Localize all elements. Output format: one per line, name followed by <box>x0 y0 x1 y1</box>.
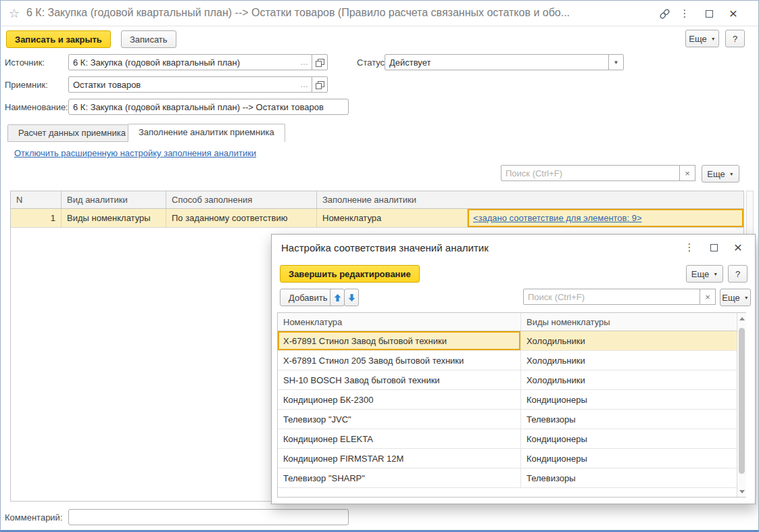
col-header-num[interactable]: N <box>11 191 62 208</box>
dialog-table-body: Х-67891 Стинол Завод бытовой техники Хол… <box>278 331 745 488</box>
receiver-open-icon[interactable] <box>312 76 328 93</box>
status-field: ▼ <box>385 54 624 70</box>
save-close-button[interactable]: Записать и закрыть <box>6 30 111 48</box>
receiver-field: … <box>68 76 328 93</box>
dialog-close-icon[interactable]: × <box>731 240 745 255</box>
mapping-table-row[interactable]: Кондиционер БК-2300 Кондиционеры <box>278 390 745 410</box>
tab-analytics-fill[interactable]: Заполнение аналитик приемника <box>128 124 285 142</box>
row-analytic: Номенклатура <box>317 209 468 227</box>
comment-label: Комментарий: <box>5 512 63 523</box>
mapping-table-row[interactable]: SH-10 BOSCH Завод бытовой техники Холоди… <box>278 370 745 390</box>
row-mapping-cell: <задано соответствие для элементов: 9> <box>468 209 743 227</box>
source-field: … <box>68 54 328 70</box>
save-button[interactable]: Записать <box>121 30 176 48</box>
source-input[interactable] <box>69 55 297 70</box>
source-open-icon[interactable] <box>312 54 328 70</box>
chevron-down-icon: ▼ <box>729 172 734 176</box>
receiver-choose-icon[interactable]: … <box>297 77 312 92</box>
help-button[interactable]: ? <box>725 30 745 47</box>
mapping-table-header: Номенклатура Виды номенклатуры <box>278 313 745 331</box>
comment-input[interactable] <box>69 510 348 525</box>
dialog-search-clear-icon[interactable]: × <box>700 289 716 305</box>
analytics-table-header: N Вид аналитики Способ заполнения Заполн… <box>11 191 743 209</box>
dialog-table-more-button[interactable]: Еще▼ <box>720 289 751 306</box>
col-header-fill[interactable]: Заполнение аналитики <box>317 191 743 208</box>
col-header-kind[interactable]: Виды номенклатуры <box>521 313 745 331</box>
app-window: ☆ 6 К: Закупка (годовой квартальный план… <box>0 0 759 532</box>
maximize-icon[interactable] <box>702 6 716 21</box>
arrow-down-icon <box>347 293 356 302</box>
dialog-maximize-icon[interactable] <box>706 240 721 255</box>
status-dropdown-icon[interactable]: ▼ <box>608 55 623 70</box>
table-more-button[interactable]: Еще▼ <box>702 165 739 183</box>
dialog-search-input[interactable] <box>524 289 700 304</box>
col-header-method[interactable]: Способ заполнения <box>166 191 317 208</box>
mapping-dialog: Настройка соответствия значений аналитик… <box>271 234 756 504</box>
search-input[interactable] <box>501 166 679 180</box>
row-kind: Виды номенклатуры <box>62 209 166 227</box>
scroll-down-icon[interactable] <box>737 487 746 495</box>
status-input[interactable] <box>385 55 608 70</box>
mapping-table-row[interactable]: Телевизор "JVC" Телевизоры <box>278 410 745 429</box>
favorite-star-icon[interactable]: ☆ <box>9 6 20 21</box>
search-field: × <box>501 165 695 181</box>
move-down-button[interactable] <box>344 289 359 306</box>
mapping-table: Номенклатура Виды номенклатуры Х-67891 С… <box>277 312 746 498</box>
tab-receiver-data[interactable]: Расчет данных приемника <box>7 124 137 142</box>
scroll-up-icon[interactable] <box>737 314 746 322</box>
add-button[interactable]: Добавить <box>280 289 336 306</box>
receiver-input[interactable] <box>69 77 297 92</box>
mapping-table-row[interactable]: Телевизор "SHARP" Телевизоры <box>278 468 745 488</box>
window-title: 6 К: Закупка (годовой квартальный план) … <box>26 7 650 19</box>
status-label: Статус: <box>357 57 387 68</box>
comment-field <box>68 509 349 525</box>
close-icon[interactable]: × <box>726 6 741 21</box>
chevron-down-icon: ▼ <box>713 272 718 276</box>
move-up-button[interactable] <box>330 289 345 306</box>
name-input[interactable] <box>69 99 348 114</box>
source-label: Источник: <box>5 57 45 68</box>
menu-dots-icon[interactable]: ⋮ <box>677 6 692 21</box>
col-header-nomenclature[interactable]: Номенклатура <box>278 313 521 331</box>
dialog-menu-dots-icon[interactable]: ⋮ <box>682 240 697 255</box>
mapping-table-row[interactable]: Х-67891 Стинол Завод бытовой техники Хол… <box>278 331 745 351</box>
name-field <box>68 99 349 115</box>
chevron-down-icon: ▼ <box>744 295 749 300</box>
mapping-table-row[interactable]: Кондиционер FIRMSTAR 12M Кондиционеры <box>278 449 745 468</box>
toggle-advanced-link[interactable]: Отключить расширенную настройку заполнен… <box>14 148 256 158</box>
scroll-thumb[interactable] <box>739 328 745 474</box>
mapping-table-row[interactable]: Х-67891 Стинол 205 Завод бытовой техники… <box>278 351 745 370</box>
search-clear-icon[interactable]: × <box>679 165 695 181</box>
more-button[interactable]: Еще▼ <box>685 30 719 47</box>
row-method: По заданному соответствию <box>166 209 317 227</box>
analytics-table-row[interactable]: 1 Виды номенклатуры По заданному соответ… <box>11 209 743 228</box>
col-header-kind[interactable]: Вид аналитики <box>62 191 166 208</box>
dialog-more-button[interactable]: Еще▼ <box>686 265 723 283</box>
source-choose-icon[interactable]: … <box>297 55 312 70</box>
name-label: Наименование: <box>5 102 68 112</box>
dialog-help-button[interactable]: ? <box>728 265 748 283</box>
titlebar: ☆ 6 К: Закупка (годовой квартальный план… <box>1 1 758 26</box>
dialog-title: Настройка соответствия значений аналитик <box>281 242 489 253</box>
receiver-label: Приемник: <box>5 80 48 90</box>
dialog-table-scrollbar[interactable] <box>737 313 746 497</box>
copy-link-icon[interactable] <box>657 6 672 21</box>
mapping-table-row[interactable]: Кондиционер ELEKTA Кондиционеры <box>278 429 745 449</box>
dialog-search-field: × <box>523 289 716 305</box>
mapping-link[interactable]: <задано соответствие для элементов: 9> <box>473 213 642 223</box>
row-num: 1 <box>11 209 62 227</box>
finish-editing-button[interactable]: Завершить редактирование <box>280 265 420 283</box>
chevron-down-icon: ▼ <box>711 37 716 41</box>
arrow-up-icon <box>333 293 342 302</box>
